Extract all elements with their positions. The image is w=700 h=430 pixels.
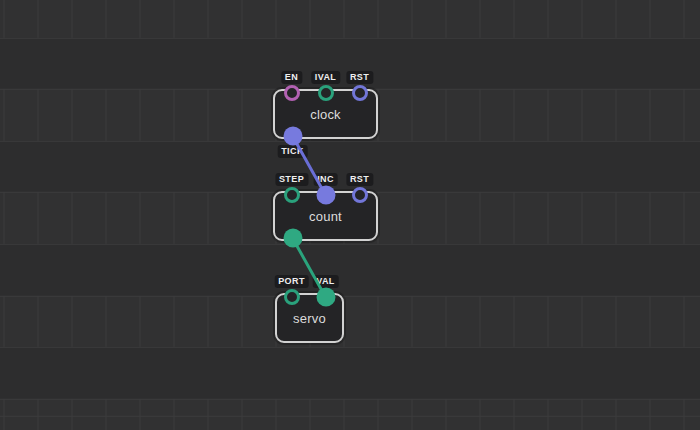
port-count-out[interactable] (283, 229, 302, 248)
port-clock-rst[interactable] (352, 85, 368, 101)
port-clock-tick[interactable] (283, 127, 302, 146)
port-clock-en[interactable] (284, 85, 300, 101)
port-count-rst[interactable] (352, 187, 368, 203)
edge-layer (0, 0, 700, 430)
port-count-step[interactable] (284, 187, 300, 203)
port-clock-ival[interactable] (318, 85, 334, 101)
port-servo-port[interactable] (284, 289, 300, 305)
node-editor-canvas[interactable]: clockcountservo ENIVALRSTTICKSTEPINCRSTP… (0, 0, 700, 430)
port-servo-val[interactable] (316, 288, 335, 307)
port-count-inc[interactable] (316, 186, 335, 205)
